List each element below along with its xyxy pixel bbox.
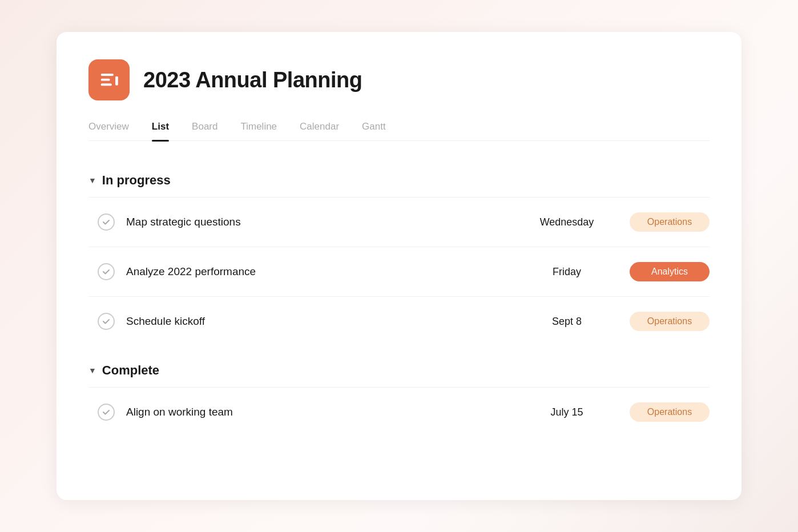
task-tag: Operations	[630, 402, 710, 422]
task-tag: Operations	[630, 312, 710, 331]
project-header: 2023 Annual Planning	[88, 59, 710, 100]
tab-calendar[interactable]: Calendar	[300, 121, 339, 140]
svg-rect-2	[101, 83, 112, 86]
task-date: Wednesday	[527, 216, 607, 228]
section-in-progress-title: In progress	[102, 173, 171, 188]
tab-bar: Overview List Board Timeline Calendar Ga…	[88, 121, 710, 141]
task-checkbox[interactable]	[98, 213, 115, 231]
tab-overview[interactable]: Overview	[88, 121, 129, 140]
main-card: 2023 Annual Planning Overview List Board…	[57, 32, 741, 500]
project-title: 2023 Annual Planning	[143, 68, 362, 92]
task-row: Schedule kickoff Sept 8 Operations	[88, 296, 710, 346]
task-date: Friday	[527, 266, 607, 278]
tab-gantt[interactable]: Gantt	[362, 121, 386, 140]
chevron-down-icon: ▼	[88, 366, 96, 375]
svg-rect-1	[101, 79, 110, 81]
task-tag: Operations	[630, 212, 710, 232]
task-name: Schedule kickoff	[126, 315, 527, 328]
task-checkbox[interactable]	[98, 263, 115, 280]
task-tag: Analytics	[630, 262, 710, 281]
task-name: Analyze 2022 performance	[126, 265, 527, 278]
svg-rect-3	[115, 76, 118, 86]
task-row: Analyze 2022 performance Friday Analytic…	[88, 247, 710, 296]
task-checkbox[interactable]	[98, 404, 115, 421]
section-complete-header: ▼ Complete	[88, 352, 710, 387]
task-row: Align on working team July 15 Operations	[88, 387, 710, 437]
task-name: Align on working team	[126, 406, 527, 418]
tab-board[interactable]: Board	[192, 121, 217, 140]
task-row: Map strategic questions Wednesday Operat…	[88, 197, 710, 247]
task-date: Sept 8	[527, 316, 607, 328]
tab-list[interactable]: List	[152, 121, 169, 140]
task-checkbox[interactable]	[98, 313, 115, 330]
section-in-progress-header: ▼ In progress	[88, 162, 710, 197]
chevron-down-icon: ▼	[88, 176, 96, 185]
section-complete-title: Complete	[102, 363, 159, 378]
project-icon	[88, 59, 130, 100]
svg-rect-0	[101, 74, 114, 76]
tab-timeline[interactable]: Timeline	[240, 121, 277, 140]
task-date: July 15	[527, 406, 607, 418]
task-name: Map strategic questions	[126, 216, 527, 228]
